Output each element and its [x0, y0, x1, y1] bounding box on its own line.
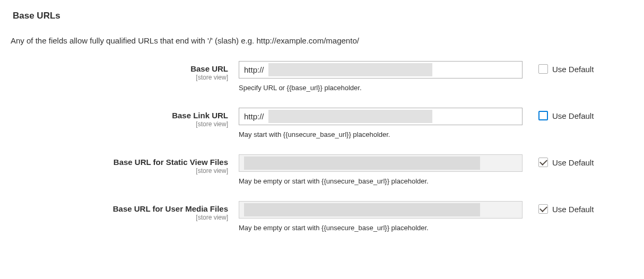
helper-text: Specify URL or {{base_url}} placeholder. [239, 84, 523, 92]
section-title: Base URLs [11, 11, 633, 21]
use-default-label[interactable]: Use Default [552, 111, 594, 120]
use-default-label[interactable]: Use Default [552, 158, 594, 167]
scope-label: [store view] [11, 74, 228, 81]
use-default-checkbox-media-files[interactable] [538, 204, 548, 214]
default-col: Use Default [523, 154, 594, 167]
field-row-static-files: Base URL for Static View Files [store vi… [11, 154, 633, 185]
scope-label: [store view] [11, 167, 228, 175]
section-description: Any of the fields allow fully qualified … [11, 36, 633, 45]
scope-label: [store view] [11, 120, 228, 128]
use-default-label[interactable]: Use Default [552, 205, 594, 214]
use-default-label[interactable]: Use Default [552, 65, 594, 74]
input-wrapper [239, 201, 523, 219]
default-col: Use Default [523, 108, 594, 120]
label-col: Base URL [store view] [11, 61, 239, 81]
label-col: Base URL for User Media Files [store vie… [11, 201, 239, 221]
base-link-url-input[interactable] [239, 108, 523, 125]
input-wrapper [239, 61, 523, 79]
media-files-url-input [239, 201, 523, 219]
field-label-base-url: Base URL [11, 64, 228, 73]
default-col: Use Default [523, 201, 594, 214]
use-default-checkbox-static-files[interactable] [538, 158, 548, 167]
input-wrapper [239, 154, 523, 172]
helper-text: May be empty or start with {{unsecure_ba… [239, 177, 523, 185]
scope-label: [store view] [11, 214, 228, 221]
static-files-url-input [239, 154, 523, 172]
field-row-media-files: Base URL for User Media Files [store vie… [11, 201, 633, 232]
field-row-base-link-url: Base Link URL [store view] May start wit… [11, 108, 633, 138]
field-label-media-files: Base URL for User Media Files [11, 204, 228, 213]
base-url-input[interactable] [239, 61, 523, 79]
label-col: Base URL for Static View Files [store vi… [11, 154, 239, 175]
helper-text: May be empty or start with {{unsecure_ba… [239, 224, 523, 232]
use-default-checkbox-base-url[interactable] [538, 64, 548, 74]
default-col: Use Default [523, 61, 594, 74]
input-col: May be empty or start with {{unsecure_ba… [239, 154, 523, 185]
field-label-static-files: Base URL for Static View Files [11, 158, 228, 167]
input-wrapper [239, 108, 523, 125]
use-default-checkbox-base-link-url[interactable] [538, 111, 548, 120]
helper-text: May start with {{unsecure_base_url}} pla… [239, 130, 523, 138]
input-col: Specify URL or {{base_url}} placeholder. [239, 61, 523, 92]
input-col: May be empty or start with {{unsecure_ba… [239, 201, 523, 232]
field-row-base-url: Base URL [store view] Specify URL or {{b… [11, 61, 633, 92]
label-col: Base Link URL [store view] [11, 108, 239, 128]
input-col: May start with {{unsecure_base_url}} pla… [239, 108, 523, 138]
field-label-base-link-url: Base Link URL [11, 111, 228, 120]
